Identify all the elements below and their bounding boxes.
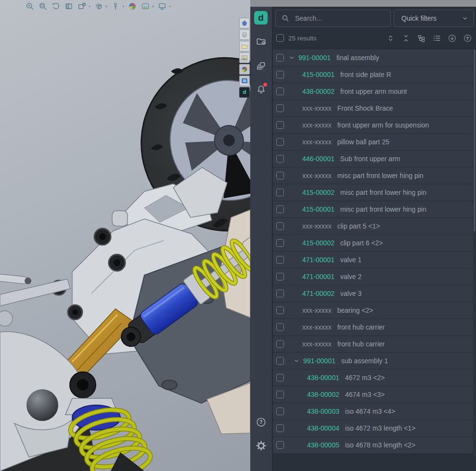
row-checkbox[interactable] xyxy=(276,71,284,78)
row-checkbox[interactable] xyxy=(276,104,284,112)
select-all-checkbox[interactable] xyxy=(276,34,284,42)
table-row[interactable]: 991-00001final assembly xyxy=(273,50,473,66)
table-row[interactable]: 438-00004iso 4672 m3 length <1> xyxy=(273,420,473,436)
part-number-link[interactable]: 415-00001 xyxy=(302,205,334,213)
table-row[interactable]: xxx-xxxxxclip part 5 <1> xyxy=(273,218,473,234)
part-number-link[interactable]: 438-00002 xyxy=(307,391,339,398)
row-checkbox[interactable] xyxy=(276,273,284,280)
table-row[interactable]: 471-00002valve 3 xyxy=(273,285,473,302)
table-row[interactable]: 471-00001valve 1 xyxy=(273,252,473,268)
notifications-icon[interactable] xyxy=(256,84,267,95)
section-view-icon[interactable] xyxy=(64,1,74,11)
pin-view-icon[interactable] xyxy=(111,1,120,11)
duro-addin-tab-tab[interactable]: d xyxy=(239,87,250,98)
row-checkbox[interactable] xyxy=(276,290,284,297)
part-number-link[interactable]: 415-00002 xyxy=(302,239,334,247)
part-number-link[interactable]: 438-00005 xyxy=(307,441,339,449)
file-explorer-tab[interactable] xyxy=(239,41,250,51)
edit-appearance-icon[interactable] xyxy=(128,1,137,11)
row-checkbox[interactable] xyxy=(276,256,284,264)
part-number-link[interactable]: 438-00002 xyxy=(302,88,334,95)
chevron-down-icon[interactable] xyxy=(288,54,296,62)
row-checkbox[interactable] xyxy=(276,205,284,213)
dynamic-reference-icon[interactable] xyxy=(77,1,87,11)
row-checkbox[interactable] xyxy=(276,222,284,230)
zoom-area-icon[interactable] xyxy=(38,1,48,11)
part-number-link[interactable]: 471-00001 xyxy=(302,256,334,264)
dropdown-caret-icon[interactable]: ▾ xyxy=(122,4,124,9)
table-row[interactable]: 991-00001sub assembly 1 xyxy=(273,353,473,369)
part-number-link[interactable]: 438-00004 xyxy=(307,424,339,432)
table-row[interactable]: 471-00001valve 2 xyxy=(273,268,473,285)
table-row[interactable]: xxx-xxxxxpillow ball part 25 xyxy=(273,134,473,150)
part-number-link[interactable]: 991-00001 xyxy=(303,357,335,365)
view-settings-icon[interactable] xyxy=(157,1,167,11)
zoom-fit-icon[interactable] xyxy=(25,1,35,11)
table-row[interactable]: xxx-xxxxxfront upper arm for suspension xyxy=(273,117,473,133)
table-row[interactable]: xxx-xxxxxfront hub carrier xyxy=(273,336,473,352)
row-checkbox[interactable] xyxy=(276,424,284,432)
duro-logo[interactable]: d xyxy=(254,11,268,25)
table-row[interactable]: 438-00003iso 4674 m3 <4> xyxy=(273,403,473,420)
row-checkbox[interactable] xyxy=(276,88,284,95)
row-checkbox[interactable] xyxy=(276,374,284,382)
design-library-tab[interactable] xyxy=(239,29,250,40)
row-checkbox[interactable] xyxy=(276,441,284,449)
cad-viewport[interactable]: ▾▾▾▾▾ d xyxy=(0,0,250,471)
table-row[interactable]: 438-00002front upper arm mount xyxy=(273,83,473,100)
row-checkbox[interactable] xyxy=(276,172,284,179)
scrollbar-thumb[interactable] xyxy=(474,50,476,231)
table-row[interactable]: 438-00005iso 4678 m3 length <2> xyxy=(273,437,473,453)
table-row[interactable]: xxx-xxxxxbearing <2> xyxy=(273,302,473,318)
row-checkbox[interactable] xyxy=(276,340,284,348)
table-row[interactable]: xxx-xxxxxfront hub carrier xyxy=(273,319,473,335)
dropdown-caret-icon[interactable]: ▾ xyxy=(169,4,171,9)
part-number-link[interactable]: 415-00002 xyxy=(302,189,334,196)
row-checkbox[interactable] xyxy=(276,138,284,146)
table-row[interactable]: 415-00001front side plate R xyxy=(273,66,473,83)
previous-view-icon[interactable] xyxy=(51,1,61,11)
search-field[interactable] xyxy=(294,14,390,23)
table-row[interactable]: 415-00002misc part front lower hing pin xyxy=(273,184,473,201)
row-checkbox[interactable] xyxy=(276,323,284,331)
apply-scene-icon[interactable] xyxy=(141,1,150,11)
collapse-all-icon[interactable] xyxy=(401,34,411,43)
part-number-link[interactable]: 471-00002 xyxy=(302,290,334,297)
custom-properties-tab[interactable] xyxy=(239,76,250,86)
table-row[interactable]: 438-000014672 m3 <2> xyxy=(273,369,473,386)
table-row[interactable]: 446-00001Sub front upper arm xyxy=(273,151,473,167)
part-number-link[interactable]: 991-00001 xyxy=(298,54,331,62)
hierarchy-view-icon[interactable] xyxy=(417,34,426,43)
row-checkbox[interactable] xyxy=(276,306,284,314)
download-icon[interactable] xyxy=(448,34,457,43)
instances-icon[interactable] xyxy=(256,60,267,71)
sort-icon[interactable] xyxy=(386,34,395,43)
row-checkbox[interactable] xyxy=(276,357,284,365)
part-number-link[interactable]: 438-00003 xyxy=(307,407,339,415)
view-palette-tab[interactable] xyxy=(239,52,250,63)
row-checkbox[interactable] xyxy=(276,391,284,398)
row-checkbox[interactable] xyxy=(276,407,284,415)
folder-settings-icon[interactable] xyxy=(256,36,267,47)
part-number-link[interactable]: 415-00001 xyxy=(302,71,334,78)
upload-icon[interactable] xyxy=(463,34,472,43)
dropdown-caret-icon[interactable]: ▾ xyxy=(89,4,90,9)
list-view-icon[interactable] xyxy=(432,34,441,43)
table-row[interactable]: 438-000024674 m3 <3> xyxy=(273,386,473,403)
table-row[interactable]: xxx-xxxxxFront Shock Brace xyxy=(273,100,473,116)
dropdown-caret-icon[interactable]: ▾ xyxy=(105,4,107,9)
chevron-down-icon[interactable] xyxy=(293,357,300,365)
table-row[interactable]: 415-00001misc part front lower hing pin xyxy=(273,201,473,217)
part-number-link[interactable]: 438-00001 xyxy=(307,374,339,382)
settings-icon[interactable] xyxy=(256,440,267,451)
table-row[interactable]: 415-00002clip part 6 <2> xyxy=(273,235,473,251)
quick-filters-dropdown[interactable]: Quick filters xyxy=(394,10,474,27)
row-checkbox[interactable] xyxy=(276,54,284,62)
row-checkbox[interactable] xyxy=(276,121,284,129)
help-icon[interactable]: ? xyxy=(256,417,267,428)
row-checkbox[interactable] xyxy=(276,239,284,247)
search-input[interactable] xyxy=(275,10,391,27)
table-row[interactable]: xxx-xxxxxmisc part front lower hing pin xyxy=(273,167,473,184)
row-checkbox[interactable] xyxy=(276,189,284,196)
row-checkbox[interactable] xyxy=(276,155,284,163)
